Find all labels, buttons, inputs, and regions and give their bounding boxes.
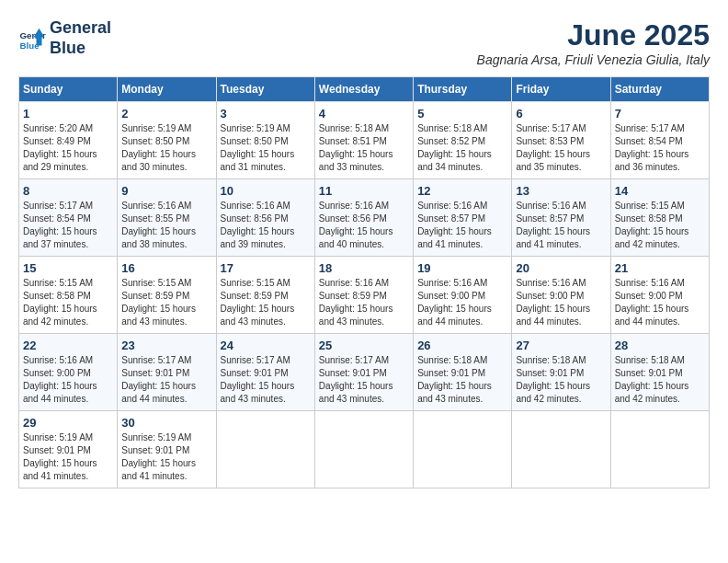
calendar-cell: 6 Sunrise: 5:17 AM Sunset: 8:53 PM Dayli… [512,102,610,179]
weekday-header: Saturday [610,77,709,102]
calendar-cell: 21 Sunrise: 5:16 AM Sunset: 9:00 PM Dayl… [610,257,709,334]
day-number: 22 [23,339,113,352]
day-number: 28 [615,339,705,352]
calendar-cell: 4 Sunrise: 5:18 AM Sunset: 8:51 PM Dayli… [314,102,413,179]
calendar-cell: 20 Sunrise: 5:16 AM Sunset: 9:00 PM Dayl… [512,257,610,334]
day-info: Sunrise: 5:18 AM Sunset: 8:51 PM Dayligh… [319,122,409,174]
day-number: 10 [221,184,311,198]
calendar-cell: 10 Sunrise: 5:16 AM Sunset: 8:56 PM Dayl… [216,179,314,257]
day-info: Sunrise: 5:18 AM Sunset: 8:52 PM Dayligh… [417,122,507,174]
day-number: 29 [23,416,113,430]
weekday-header: Thursday [414,77,512,102]
day-info: Sunrise: 5:16 AM Sunset: 9:00 PM Dayligh… [615,277,705,328]
day-info: Sunrise: 5:15 AM Sunset: 8:59 PM Dayligh… [221,277,311,328]
logo: General Blue General Blue [18,18,111,58]
calendar-cell: 29 Sunrise: 5:19 AM Sunset: 9:01 PM Dayl… [19,411,118,488]
calendar-cell: 23 Sunrise: 5:17 AM Sunset: 9:01 PM Dayl… [118,334,216,411]
calendar-cell: 28 Sunrise: 5:18 AM Sunset: 9:01 PM Dayl… [610,334,709,411]
day-number: 1 [23,107,113,121]
day-number: 4 [319,107,409,121]
calendar-cell: 1 Sunrise: 5:20 AM Sunset: 8:49 PM Dayli… [19,102,118,179]
calendar-cell [314,411,413,488]
weekday-header: Monday [118,77,216,102]
calendar-cell: 19 Sunrise: 5:16 AM Sunset: 9:00 PM Dayl… [414,257,512,334]
calendar-cell: 18 Sunrise: 5:16 AM Sunset: 8:59 PM Dayl… [314,257,413,334]
calendar-cell: 9 Sunrise: 5:16 AM Sunset: 8:55 PM Dayli… [118,179,216,257]
calendar-week-row: 8 Sunrise: 5:17 AM Sunset: 8:54 PM Dayli… [19,179,710,257]
day-info: Sunrise: 5:16 AM Sunset: 8:55 PM Dayligh… [121,200,211,251]
calendar-header-row: SundayMondayTuesdayWednesdayThursdayFrid… [19,77,710,102]
calendar-cell: 27 Sunrise: 5:18 AM Sunset: 9:01 PM Dayl… [512,334,610,411]
day-info: Sunrise: 5:16 AM Sunset: 8:59 PM Dayligh… [319,277,409,328]
weekday-header: Sunday [19,77,118,102]
day-number: 25 [319,339,409,352]
day-number: 27 [516,339,606,352]
calendar-cell: 24 Sunrise: 5:17 AM Sunset: 9:01 PM Dayl… [216,334,314,411]
day-number: 30 [121,416,211,430]
month-year: June 2025 [477,18,710,52]
calendar-cell [414,411,512,488]
calendar-cell: 26 Sunrise: 5:18 AM Sunset: 9:01 PM Dayl… [414,334,512,411]
day-info: Sunrise: 5:18 AM Sunset: 9:01 PM Dayligh… [516,354,606,406]
day-number: 5 [417,107,507,121]
calendar-cell: 13 Sunrise: 5:16 AM Sunset: 8:57 PM Dayl… [512,179,610,257]
calendar-cell: 7 Sunrise: 5:17 AM Sunset: 8:54 PM Dayli… [610,102,709,179]
calendar-cell: 2 Sunrise: 5:19 AM Sunset: 8:50 PM Dayli… [118,102,216,179]
day-number: 20 [516,261,606,275]
calendar-table: SundayMondayTuesdayWednesdayThursdayFrid… [18,76,710,488]
day-info: Sunrise: 5:16 AM Sunset: 9:00 PM Dayligh… [417,277,507,328]
day-info: Sunrise: 5:20 AM Sunset: 8:49 PM Dayligh… [23,122,113,174]
day-number: 9 [121,184,211,198]
day-number: 3 [221,107,311,121]
day-info: Sunrise: 5:17 AM Sunset: 8:54 PM Dayligh… [615,122,705,174]
calendar-cell: 12 Sunrise: 5:16 AM Sunset: 8:57 PM Dayl… [414,179,512,257]
day-number: 18 [319,261,409,275]
day-number: 12 [417,184,507,198]
day-info: Sunrise: 5:19 AM Sunset: 9:01 PM Dayligh… [23,431,113,483]
calendar-cell: 3 Sunrise: 5:19 AM Sunset: 8:50 PM Dayli… [216,102,314,179]
day-info: Sunrise: 5:15 AM Sunset: 8:59 PM Dayligh… [121,277,211,328]
calendar-week-row: 15 Sunrise: 5:15 AM Sunset: 8:58 PM Dayl… [19,257,710,334]
calendar-week-row: 29 Sunrise: 5:19 AM Sunset: 9:01 PM Dayl… [19,411,710,488]
logo-icon: General Blue [18,25,46,52]
day-info: Sunrise: 5:15 AM Sunset: 8:58 PM Dayligh… [615,200,705,251]
day-info: Sunrise: 5:16 AM Sunset: 8:56 PM Dayligh… [319,200,409,251]
calendar-cell [512,411,610,488]
calendar-cell: 25 Sunrise: 5:17 AM Sunset: 9:01 PM Dayl… [314,334,413,411]
calendar-cell: 16 Sunrise: 5:15 AM Sunset: 8:59 PM Dayl… [118,257,216,334]
weekday-header: Friday [512,77,610,102]
day-info: Sunrise: 5:17 AM Sunset: 8:53 PM Dayligh… [516,122,606,174]
day-number: 11 [319,184,409,198]
day-number: 19 [417,261,507,275]
day-number: 8 [23,184,113,198]
day-number: 17 [221,261,311,275]
day-number: 7 [615,107,705,121]
day-info: Sunrise: 5:16 AM Sunset: 9:00 PM Dayligh… [516,277,606,328]
weekday-header: Wednesday [314,77,413,102]
weekday-header: Tuesday [216,77,314,102]
calendar-cell: 14 Sunrise: 5:15 AM Sunset: 8:58 PM Dayl… [610,179,709,257]
calendar-cell [216,411,314,488]
day-number: 16 [121,261,211,275]
day-info: Sunrise: 5:15 AM Sunset: 8:58 PM Dayligh… [23,277,113,328]
day-number: 14 [615,184,705,198]
calendar-cell: 30 Sunrise: 5:19 AM Sunset: 9:01 PM Dayl… [118,411,216,488]
calendar-week-row: 22 Sunrise: 5:16 AM Sunset: 9:00 PM Dayl… [19,334,710,411]
calendar-cell: 17 Sunrise: 5:15 AM Sunset: 8:59 PM Dayl… [216,257,314,334]
calendar-cell: 11 Sunrise: 5:16 AM Sunset: 8:56 PM Dayl… [314,179,413,257]
day-number: 2 [121,107,211,121]
day-info: Sunrise: 5:16 AM Sunset: 8:56 PM Dayligh… [221,200,311,251]
day-info: Sunrise: 5:17 AM Sunset: 9:01 PM Dayligh… [121,354,211,406]
day-info: Sunrise: 5:17 AM Sunset: 9:01 PM Dayligh… [319,354,409,406]
day-info: Sunrise: 5:16 AM Sunset: 9:00 PM Dayligh… [23,354,113,406]
day-number: 24 [221,339,311,352]
calendar-cell: 15 Sunrise: 5:15 AM Sunset: 8:58 PM Dayl… [19,257,118,334]
header: General Blue General Blue June 2025 Bagn… [18,18,710,67]
day-number: 15 [23,261,113,275]
day-info: Sunrise: 5:19 AM Sunset: 8:50 PM Dayligh… [221,122,311,174]
calendar-week-row: 1 Sunrise: 5:20 AM Sunset: 8:49 PM Dayli… [19,102,710,179]
logo-blue: Blue [50,39,111,59]
day-number: 6 [516,107,606,121]
day-number: 21 [615,261,705,275]
logo-general: General [50,18,111,39]
